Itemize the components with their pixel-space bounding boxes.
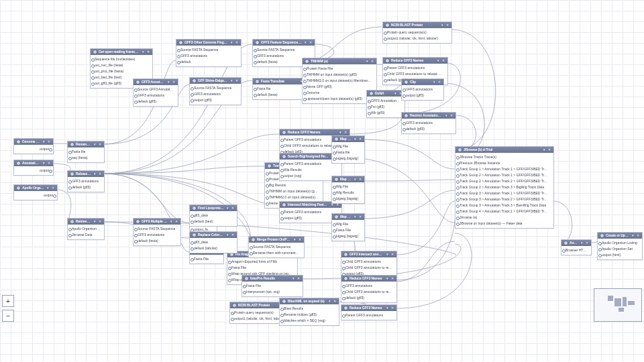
input-port[interactable]: GFF3 annotations [176, 53, 241, 59]
workflow-node[interactable]: Apollo Organism JBrowse Data▾✕output [13, 184, 58, 200]
close-icon[interactable]: ✕ [51, 186, 55, 190]
close-icon[interactable]: ✕ [231, 206, 235, 210]
input-port[interactable]: Child GFF3 annotations to rebase against… [341, 289, 396, 295]
workflow-canvas[interactable]: Genome Sequence▾✕outputAnnotation Set▾✕o… [0, 0, 644, 362]
close-icon[interactable]: ✕ [297, 277, 301, 281]
gear-icon[interactable] [255, 40, 260, 45]
input-port[interactable]: output (gff3) [190, 97, 241, 103]
node-header[interactable]: Find Lipoprotein (b)▾✕ [190, 205, 237, 211]
workflow-node[interactable]: Merge Protein On/Protein▾✕Source FASTA S… [248, 236, 305, 258]
input-port[interactable]: Track Group 2 > Annotation Track 3 > Big… [455, 184, 553, 190]
input-port[interactable]: Source FASTA Sequence [133, 226, 180, 232]
input-port[interactable]: GFF3 annotations [341, 283, 396, 289]
collapse-icon[interactable]: ▾ [42, 162, 46, 166]
gear-icon[interactable] [305, 59, 309, 64]
workflow-node[interactable]: BlastXML on expand (b)▾✕Blast ResultsRen… [279, 298, 339, 326]
input-port[interactable]: Jbrowse Data [68, 232, 104, 238]
close-icon[interactable]: ✕ [445, 23, 449, 27]
node-header[interactable]: Reduce GFF3 Names▾✕ [341, 305, 396, 311]
input-port[interactable]: Big Results [265, 182, 323, 188]
workflow-node[interactable]: Rename Sequences▾✕Fasta fileseq (fasta) [67, 141, 105, 163]
input-port[interactable]: Track Group 3 > Annotation Track 3 > Bam… [455, 202, 553, 208]
close-icon[interactable]: ✕ [146, 50, 150, 54]
gear-icon[interactable] [282, 299, 286, 304]
input-port[interactable]: Source FASTA Sequence [176, 47, 241, 53]
node-header[interactable]: InterPro Results▾✕ [242, 276, 303, 282]
collapse-icon[interactable]: ▾ [385, 277, 389, 281]
node-header[interactable]: Merge Protein On/Protein▾✕ [249, 237, 304, 243]
collapse-icon[interactable]: ▾ [229, 79, 233, 83]
gear-icon[interactable] [334, 137, 339, 141]
close-icon[interactable]: ✕ [98, 172, 102, 176]
node-header[interactable]: GFF3 Intersect annotation▾✕ [341, 251, 396, 257]
close-icon[interactable]: ✕ [47, 140, 51, 144]
input-port[interactable]: Child GFF3 annotations to rebase against… [341, 265, 396, 271]
input-port[interactable]: Wig File [332, 143, 364, 149]
close-icon[interactable]: ✕ [370, 60, 374, 64]
close-icon[interactable]: ✕ [174, 220, 178, 224]
input-port[interactable]: default (fasta) [133, 238, 180, 244]
gear-icon[interactable] [282, 130, 286, 135]
close-icon[interactable]: ✕ [585, 241, 589, 245]
input-port[interactable]: Apollo Organism Listing [598, 240, 642, 246]
input-port[interactable]: GFF3 annotations [402, 120, 455, 126]
workflow-node[interactable]: Clip▾✕GFF3 annotationsoutput (gff3) [401, 78, 444, 101]
close-icon[interactable]: ✕ [441, 59, 445, 63]
close-icon[interactable]: ✕ [390, 277, 394, 281]
input-port[interactable]: bigwig (bigwig) [332, 156, 364, 162]
gear-icon[interactable] [267, 164, 272, 168]
node-header[interactable]: GFF3 Annotation Set (a)▾✕ [133, 79, 178, 85]
node-header[interactable]: Replace Colors Between (b)▾✕ [190, 232, 237, 238]
gear-icon[interactable] [232, 303, 237, 308]
workflow-node[interactable]: GFF3 Multiple Sequence (a)▾✕Source FASTA… [133, 218, 181, 246]
gear-icon[interactable] [16, 186, 21, 190]
input-port[interactable]: gff3_data [190, 213, 237, 219]
input-port[interactable]: default (gff3) [68, 184, 104, 190]
input-port[interactable]: Fasta File [242, 283, 303, 289]
gear-icon[interactable] [385, 23, 390, 27]
workflow-node[interactable]: Create or Update Organism (a)▾✕Apollo Or… [597, 232, 643, 260]
node-header[interactable]: Reduce GFF3 Names▾✕ [280, 129, 350, 135]
input-port[interactable]: default (gff3) [341, 295, 396, 301]
node-header[interactable]: Annotate▾✕ [561, 240, 591, 246]
collapse-icon[interactable]: ▾ [338, 131, 342, 135]
workflow-node[interactable]: Retrieve Jbrowse (a)▾✕Apollo Organism Se… [67, 218, 105, 240]
input-port[interactable]: Name GFF (gff3) [303, 84, 376, 90]
gear-icon[interactable] [192, 233, 197, 237]
collapse-icon[interactable]: ▾ [542, 148, 546, 152]
gear-icon[interactable] [93, 50, 97, 54]
close-icon[interactable]: ✕ [333, 300, 337, 304]
node-header[interactable]: JBrowse (b) d-Trial▾✕ [455, 147, 553, 153]
input-port[interactable]: Source FASTA Sequence [190, 85, 241, 91]
output-port[interactable]: output [14, 146, 53, 152]
input-port[interactable]: gff3_data [190, 239, 237, 245]
node-header[interactable]: TMHMM (a)▾✕ [303, 58, 376, 64]
node-header[interactable]: Reduce GFF3 Names▾✕ [383, 58, 447, 64]
workflow-node[interactable]: JBrowse (b) d-Trial▾✕JBrowse Tracks Trac… [455, 146, 554, 229]
node-header[interactable]: Clip▾✕ [402, 79, 443, 85]
gear-icon[interactable] [70, 172, 74, 176]
input-port[interactable]: Jbrowse (a) [455, 215, 553, 221]
collapse-icon[interactable]: ▾ [365, 60, 369, 64]
workflow-node[interactable]: GFF3 Other Genome Finger (dark)▾✕Source … [176, 39, 241, 67]
node-header[interactable]: Create or Update Organism (a)▾✕ [598, 233, 642, 239]
input-port[interactable]: out_prot_file (fasta) [91, 68, 152, 74]
input-port[interactable]: Fst (gff3) [367, 104, 405, 110]
node-header[interactable]: GFF Shine-Dalgarno (s)▾✕ [190, 78, 241, 84]
close-icon[interactable]: ✕ [390, 306, 394, 310]
input-port[interactable]: Protein Fasta File [303, 66, 376, 72]
input-port[interactable]: Wig Results [332, 190, 364, 196]
collapse-icon[interactable]: ▾ [42, 140, 46, 144]
input-port[interactable]: out_nuc_file (fasta) [91, 62, 152, 68]
input-port[interactable]: TMHMM on input dataset(s) (gff3) [303, 72, 376, 78]
zoom-in-button[interactable]: + [2, 295, 14, 307]
collapse-icon[interactable]: ▾ [303, 41, 307, 45]
collapse-icon[interactable]: ▾ [292, 238, 297, 242]
input-port[interactable]: Wb (gff3) [367, 110, 405, 116]
input-port[interactable]: Aragorn-Exported hints of FMs [227, 259, 297, 265]
input-port[interactable]: seq (fasta) [68, 155, 104, 161]
node-header[interactable]: DoNA▾✕ [367, 90, 405, 97]
input-port[interactable]: GFF3 Annotations (a) [367, 98, 405, 104]
gear-icon[interactable] [16, 139, 21, 144]
output-port[interactable]: output [14, 168, 53, 174]
